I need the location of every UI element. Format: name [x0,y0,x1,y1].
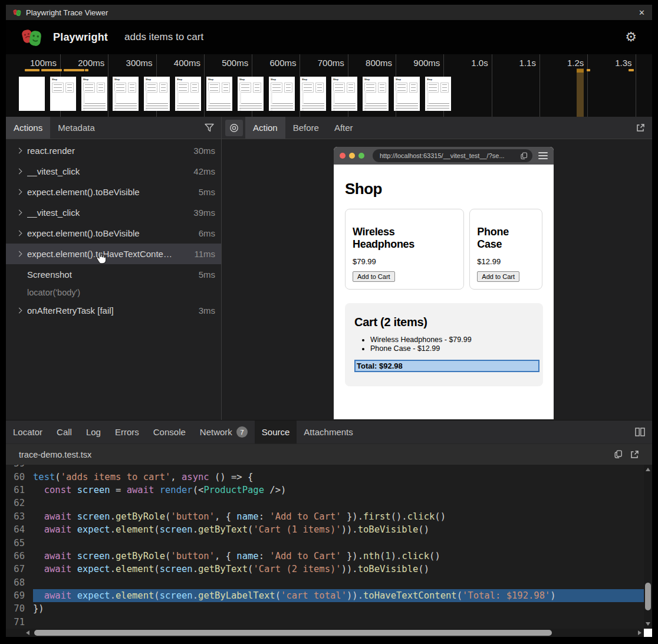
copy-source-icon[interactable] [614,450,623,459]
scrollbar-corner [644,629,652,637]
screencast-thumbnail[interactable]: Shop [50,77,76,111]
action-duration: 39ms [193,208,215,218]
product-price: $79.99 [353,257,456,266]
tab-log[interactable]: Log [79,420,108,443]
chevron-right-icon[interactable] [17,169,22,175]
line-code [33,576,644,589]
screencast-thumbnail[interactable]: Shop [238,77,264,111]
selected-action-band-marker [577,69,584,73]
split-view-icon[interactable] [635,428,645,436]
chevron-right-icon[interactable] [17,189,22,195]
pick-locator-button[interactable] [225,120,243,136]
mouse-cursor-icon [94,251,107,265]
scroll-right-icon[interactable] [638,630,641,635]
source-line-70: 70}) [6,602,644,615]
action-row[interactable]: expect.element().toBeVisible5ms [6,182,221,202]
tab-label: Network [200,427,232,437]
screencast-thumbnail[interactable]: Shop [300,77,326,111]
chevron-right-icon[interactable] [17,148,22,154]
cart-item: Wireless Headphones - $79.99 [370,336,534,344]
app-window: Playwright Trace Viewer ✕ Playwright add… [6,5,652,637]
chevron-right-icon[interactable] [17,210,22,216]
action-name: onAfterRetryTask [fail] [27,305,194,316]
menu-icon[interactable] [538,150,548,161]
source-line-69: 69 await expect.element(screen.getByLabe… [6,589,644,602]
thumb-shop-title: Shop [427,78,437,80]
timeline-tick-1.0s: 1.0s [444,54,492,117]
tab-attachments[interactable]: Attachments [297,420,360,443]
tab-label: Errors [115,427,139,437]
add-to-cart-button[interactable]: Add to Cart [477,271,519,282]
tab-errors[interactable]: Errors [108,420,146,443]
settings-gear-icon[interactable]: ⚙ [625,31,637,44]
line-code: await screen.getByRole('button', { name:… [33,550,644,563]
chevron-right-icon[interactable] [17,251,22,257]
vertical-scrollbar[interactable] [644,465,652,629]
action-row[interactable]: react.render30ms [6,140,221,161]
tab-before[interactable]: Before [285,117,327,139]
thumb-shop-title: Shop [52,78,62,80]
tab-call[interactable]: Call [50,420,79,443]
network-count-badge: 7 [236,426,248,438]
tab-label: Attachments [304,427,353,437]
open-source-external-icon[interactable] [630,450,639,459]
tab-console[interactable]: Console [146,420,193,443]
close-icon[interactable]: ✕ [639,8,645,17]
action-row[interactable]: __vitest_click42ms [6,161,221,182]
screencast-thumbnail[interactable]: Shop [331,77,357,111]
line-code: await expect.element(screen.getByText('C… [33,563,644,576]
screencast-thumbnail[interactable]: Shop [81,77,107,111]
tab-metadata[interactable]: Metadata [50,117,103,139]
playwright-masks-icon [13,9,22,17]
screencast-thumbnail[interactable]: Shop [363,77,389,111]
source-line-65: 65 [6,536,644,549]
line-number: 64 [6,524,25,535]
tab-after[interactable]: After [327,117,361,139]
line-number: 66 [6,551,25,561]
tab-locator[interactable]: Locator [6,420,50,443]
thumb-shop-title: Shop [146,78,156,80]
scroll-left-icon[interactable] [26,630,29,635]
screencast-thumbnail[interactable] [19,77,45,111]
filter-icon[interactable] [205,123,214,132]
snapshot-page: Shop Wireless Headphones$79.99Add to Car… [334,165,554,386]
screencast-thumbnail[interactable]: Shop [425,77,451,111]
timeline[interactable]: 100ms200ms300ms400ms500ms600ms700ms800ms… [6,54,652,117]
scroll-up-icon[interactable] [646,468,650,471]
screencast-thumbnail[interactable]: Shop [144,77,170,111]
screencast-thumbnail[interactable]: Shop [175,77,201,111]
source-file-name: trace-demo.test.tsx [19,450,91,459]
screencast-thumbnail[interactable]: Shop [394,77,420,111]
timeline-tick-1.3s: 1.3s [588,54,636,117]
screencast-thumbnail[interactable]: Shop [206,77,232,111]
action-row[interactable]: expect.element().toBeVisible6ms [6,223,221,244]
product-name: Wireless Headphones [353,226,456,251]
action-row[interactable]: expect.element().toHaveTextConte…11ms [6,244,221,264]
traffic-light-yellow-icon [349,153,355,159]
horizontal-scroll-thumb[interactable] [34,630,552,636]
chevron-right-icon[interactable] [17,308,22,314]
tab-label: Call [57,427,72,437]
vertical-scroll-thumb[interactable] [645,583,651,610]
copy-url-icon[interactable] [521,152,528,160]
open-external-icon[interactable] [636,123,645,133]
tab-action[interactable]: Action [245,117,285,139]
line-number: 67 [6,564,25,574]
screencast-thumbnail[interactable]: Shop [113,77,139,111]
actions-list: react.render30ms__vitest_click42msexpect… [6,139,221,420]
tab-network[interactable]: Network7 [193,420,255,443]
add-to-cart-button[interactable]: Add to Cart [353,271,395,282]
scroll-down-icon[interactable] [646,622,650,626]
tab-actions[interactable]: Actions [6,117,50,139]
screencast-thumbnail[interactable]: Shop [269,77,295,111]
action-row[interactable]: Screenshot5ms [6,264,221,285]
horizontal-scrollbar[interactable] [6,629,644,637]
action-row[interactable]: onAfterRetryTask [fail]3ms [6,300,221,321]
action-row[interactable]: __vitest_click39ms [6,202,221,223]
action-duration: 42ms [193,166,215,176]
tab-source[interactable]: Source [255,420,297,443]
tab-label: Log [86,427,101,437]
source-line-64: 64 await expect.element(screen.getByText… [6,523,644,536]
line-code: const screen = await render(<ProductPage… [33,484,644,497]
chevron-right-icon[interactable] [17,231,22,236]
